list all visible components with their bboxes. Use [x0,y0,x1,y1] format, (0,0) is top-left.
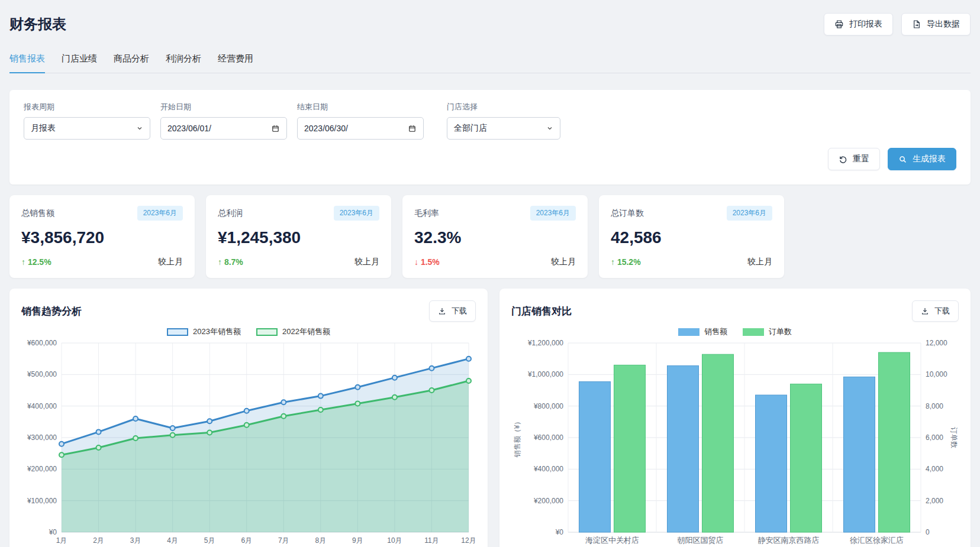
svg-text:10,000: 10,000 [926,370,947,378]
svg-text:¥500,000: ¥500,000 [27,370,57,378]
start-date-label: 开始日期 [160,102,287,112]
store-filter-group: 门店选择 全部门店 [447,102,560,140]
svg-text:11月: 11月 [424,536,439,545]
store-select[interactable]: 全部门店 [447,117,560,140]
page-title: 财务报表 [9,15,66,34]
print-report-button[interactable]: 打印报表 [824,13,893,35]
kpi-foot: ↑ 12.5%较上月 [21,257,183,267]
topbar-actions: 打印报表 导出数据 [824,13,971,35]
kpi-period-badge: 2023年6月 [334,206,379,221]
svg-text:5月: 5月 [204,536,215,545]
svg-text:¥400,000: ¥400,000 [533,465,563,473]
svg-text:12月: 12月 [461,536,476,545]
svg-text:静安区南京西路店: 静安区南京西路店 [758,536,820,545]
topbar: 财务报表 打印报表 导出数据 [9,0,971,35]
legend-swatch [678,328,699,336]
calendar-icon [408,124,417,133]
svg-text:¥400,000: ¥400,000 [27,402,57,410]
kpi-period-badge: 2023年6月 [727,206,772,221]
generate-report-button[interactable]: 生成报表 [888,148,956,170]
svg-text:¥100,000: ¥100,000 [27,497,57,505]
kpi-period-badge: 2023年6月 [137,206,183,221]
kpi-change: ↑ 15.2% [611,257,641,267]
legend-item[interactable]: 2023年销售额 [167,326,241,337]
svg-text:¥600,000: ¥600,000 [27,339,57,347]
kpi-change: ↑ 8.7% [218,257,243,267]
store-comparison-chart[interactable]: ¥00¥200,0002,000¥400,0004,000¥600,0006,0… [511,337,959,547]
legend-label: 2023年销售额 [193,326,241,337]
svg-text:海淀区中关村店: 海淀区中关村店 [585,536,639,545]
export-data-button[interactable]: 导出数据 [901,13,971,35]
store-comparison-card: 门店销售对比 下载 销售额订单数 ¥00¥200,0002,000¥400,00… [499,289,971,547]
sales-trend-card: 销售趋势分析 下载 2023年销售额2022年销售额 1月2月3月4月5月6月7… [9,289,488,547]
store-comparison-legend: 销售额订单数 [511,326,959,337]
report-tabs: 销售报表门店业绩商品分析利润分析经营费用 [9,53,971,73]
tab-store-performance[interactable]: 门店业绩 [62,53,97,73]
download-icon [921,307,929,315]
tab-sales-report[interactable]: 销售报表 [9,53,45,73]
legend-swatch [256,328,278,336]
svg-text:10月: 10月 [387,536,402,545]
legend-swatch [167,328,188,336]
sales-trend-chart[interactable]: 1月2月3月4月5月6月7月8月9月10月11月12月¥0¥100,000¥20… [21,337,476,547]
kpi-card-total-sales: 总销售额2023年6月¥3,856,720↑ 12.5%较上月 [9,195,195,278]
svg-text:8,000: 8,000 [926,402,943,410]
kpi-foot: ↑ 15.2%较上月 [611,257,772,267]
chevron-down-icon [136,125,143,132]
svg-text:8月: 8月 [315,536,326,545]
financial-report-page: 财务报表 打印报表 导出数据 销售报表门店业绩商 [0,0,980,547]
reset-button[interactable]: 重置 [828,148,880,170]
export-icon [912,20,921,29]
period-select[interactable]: 月报表 [24,117,150,140]
sales-trend-legend: 2023年销售额2022年销售额 [21,326,476,337]
svg-text:¥300,000: ¥300,000 [27,433,57,442]
kpi-compare-label: 较上月 [551,257,576,267]
kpi-change: ↑ 12.5% [21,257,51,267]
download-store-button[interactable]: 下载 [912,300,959,322]
kpi-compare-label: 较上月 [747,257,772,267]
end-date-value: 2023/06/30/ [304,124,348,133]
kpi-foot: ↓ 1.5%较上月 [414,257,576,267]
download-icon [438,307,446,315]
reset-label: 重置 [853,154,869,164]
svg-text:6月: 6月 [241,536,252,545]
calendar-icon [271,124,280,133]
start-date-value: 2023/06/01/ [167,124,211,133]
kpi-foot: ↑ 8.7%较上月 [218,257,379,267]
svg-text:销售额（¥）: 销售额（¥） [513,418,521,458]
legend-swatch [743,328,764,336]
legend-item[interactable]: 订单数 [743,326,792,337]
svg-text:¥1,200,000: ¥1,200,000 [527,339,563,347]
legend-label: 销售额 [704,326,727,337]
start-date-input[interactable]: 2023/06/01/ [160,117,287,140]
svg-text:¥200,000: ¥200,000 [27,465,57,473]
svg-text:¥0: ¥0 [49,528,57,536]
svg-text:12,000: 12,000 [926,339,947,347]
kpi-value: 42,586 [611,228,772,247]
svg-text:6,000: 6,000 [926,433,943,442]
tab-profit-analysis[interactable]: 利润分析 [166,53,201,73]
kpi-change: ↓ 1.5% [414,257,440,267]
export-data-label: 导出数据 [927,19,960,30]
kpi-head: 总利润2023年6月 [218,206,379,221]
chevron-down-icon [546,125,553,132]
period-value: 月报表 [31,123,56,134]
start-date-group: 开始日期 2023/06/01/ [160,102,287,140]
filter-panel: 报表周期 月报表 开始日期 2023/06/01/ [9,90,971,185]
kpi-row: 总销售额2023年6月¥3,856,720↑ 12.5%较上月总利润2023年6… [9,195,971,278]
end-date-input[interactable]: 2023/06/30/ [297,117,424,140]
period-filter-group: 报表周期 月报表 [24,102,150,140]
svg-text:订单数: 订单数 [950,427,958,448]
kpi-title: 毛利率 [414,208,439,219]
svg-text:¥1,000,000: ¥1,000,000 [527,370,563,378]
printer-icon [834,20,844,29]
svg-text:4月: 4月 [167,536,178,545]
svg-text:4,000: 4,000 [926,465,943,473]
svg-text:2月: 2月 [93,536,104,545]
tab-product-analysis[interactable]: 商品分析 [114,53,149,73]
download-trend-button[interactable]: 下载 [429,300,476,322]
legend-item[interactable]: 2022年销售额 [256,326,330,337]
svg-text:7月: 7月 [278,536,289,545]
legend-item[interactable]: 销售额 [678,326,727,337]
tab-operating-expenses[interactable]: 经营费用 [218,53,253,73]
